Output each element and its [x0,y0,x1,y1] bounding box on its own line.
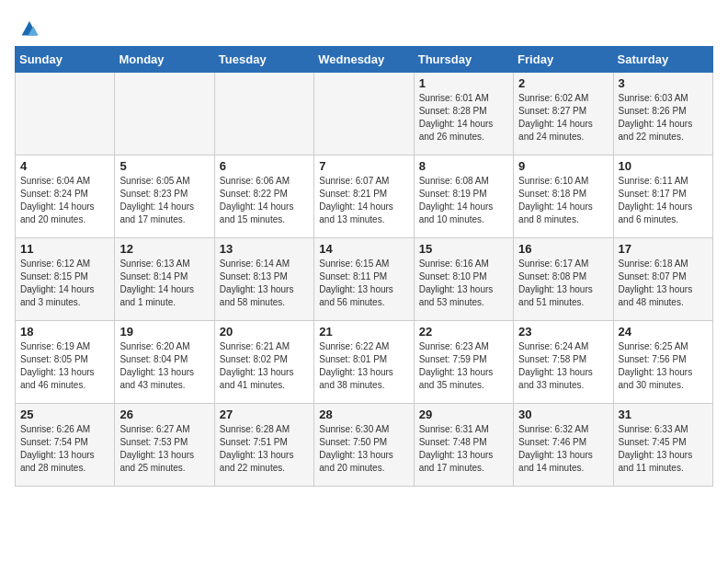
day-info: Sunrise: 6:03 AM Sunset: 8:26 PM Dayligh… [619,92,708,144]
day-info: Sunrise: 6:04 AM Sunset: 8:24 PM Dayligh… [20,175,109,226]
calendar-cell: 6Sunrise: 6:06 AM Sunset: 8:22 PM Daylig… [214,155,313,238]
day-info: Sunrise: 6:21 AM Sunset: 8:02 PM Dayligh… [220,340,309,392]
day-number: 3 [619,76,708,90]
calendar-cell: 2Sunrise: 6:02 AM Sunset: 8:27 PM Daylig… [514,73,613,155]
day-info: Sunrise: 6:06 AM Sunset: 8:22 PM Dayligh… [220,175,309,226]
day-info: Sunrise: 6:08 AM Sunset: 8:19 PM Dayligh… [419,175,508,226]
calendar-cell [16,73,115,155]
day-number: 23 [518,325,608,339]
header-day: Thursday [414,47,513,73]
calendar-cell: 10Sunrise: 6:11 AM Sunset: 8:17 PM Dayli… [613,155,712,238]
calendar-cell [115,73,214,155]
day-info: Sunrise: 6:20 AM Sunset: 8:04 PM Dayligh… [119,340,209,392]
header-day: Friday [514,47,613,73]
day-number: 1 [419,76,508,90]
calendar-cell: 24Sunrise: 6:25 AM Sunset: 7:56 PM Dayli… [613,321,712,404]
day-info: Sunrise: 6:32 AM Sunset: 7:46 PM Dayligh… [518,423,608,475]
calendar-cell: 20Sunrise: 6:21 AM Sunset: 8:02 PM Dayli… [214,321,313,404]
calendar-cell: 13Sunrise: 6:14 AM Sunset: 8:13 PM Dayli… [214,238,313,321]
day-number: 9 [518,159,608,173]
day-number: 21 [319,325,408,339]
calendar-cell: 17Sunrise: 6:18 AM Sunset: 8:07 PM Dayli… [613,238,712,321]
day-info: Sunrise: 6:28 AM Sunset: 7:51 PM Dayligh… [220,423,309,475]
day-info: Sunrise: 6:33 AM Sunset: 7:45 PM Dayligh… [619,423,708,475]
calendar-cell: 16Sunrise: 6:17 AM Sunset: 8:08 PM Dayli… [514,238,613,321]
header-row: SundayMondayTuesdayWednesdayThursdayFrid… [16,47,713,73]
day-info: Sunrise: 6:10 AM Sunset: 8:18 PM Dayligh… [518,175,608,226]
day-number: 26 [119,408,209,421]
day-number: 29 [419,408,508,421]
week-row: 4Sunrise: 6:04 AM Sunset: 8:24 PM Daylig… [16,155,713,238]
logo [15,15,42,35]
calendar-cell: 28Sunrise: 6:30 AM Sunset: 7:50 PM Dayli… [314,404,414,487]
calendar-cell [314,73,414,155]
calendar-cell: 9Sunrise: 6:10 AM Sunset: 8:18 PM Daylig… [514,155,613,238]
day-info: Sunrise: 6:13 AM Sunset: 8:14 PM Dayligh… [119,258,209,309]
calendar-cell: 31Sunrise: 6:33 AM Sunset: 7:45 PM Dayli… [613,404,712,487]
calendar-cell: 15Sunrise: 6:16 AM Sunset: 8:10 PM Dayli… [414,238,513,321]
calendar-cell: 26Sunrise: 6:27 AM Sunset: 7:53 PM Dayli… [115,404,214,487]
day-number: 7 [319,159,408,173]
day-number: 14 [319,242,408,256]
day-info: Sunrise: 6:05 AM Sunset: 8:23 PM Dayligh… [119,175,209,226]
calendar-cell: 4Sunrise: 6:04 AM Sunset: 8:24 PM Daylig… [16,155,115,238]
day-info: Sunrise: 6:23 AM Sunset: 7:59 PM Dayligh… [419,340,508,392]
header-day: Wednesday [314,47,414,73]
calendar-cell: 1Sunrise: 6:01 AM Sunset: 8:28 PM Daylig… [414,73,513,155]
day-number: 27 [220,408,309,421]
calendar-cell: 18Sunrise: 6:19 AM Sunset: 8:05 PM Dayli… [16,321,115,404]
day-number: 24 [619,325,708,339]
calendar-cell: 21Sunrise: 6:22 AM Sunset: 8:01 PM Dayli… [314,321,414,404]
calendar-cell: 3Sunrise: 6:03 AM Sunset: 8:26 PM Daylig… [613,73,712,155]
day-info: Sunrise: 6:12 AM Sunset: 8:15 PM Dayligh… [20,258,109,309]
calendar-cell: 12Sunrise: 6:13 AM Sunset: 8:14 PM Dayli… [115,238,214,321]
calendar-cell: 19Sunrise: 6:20 AM Sunset: 8:04 PM Dayli… [115,321,214,404]
day-info: Sunrise: 6:30 AM Sunset: 7:50 PM Dayligh… [319,423,408,475]
header-day: Monday [115,47,214,73]
day-number: 8 [419,159,508,173]
day-number: 13 [220,242,309,256]
week-row: 11Sunrise: 6:12 AM Sunset: 8:15 PM Dayli… [16,238,713,321]
day-number: 17 [619,242,708,256]
header-day: Saturday [613,47,712,73]
calendar-cell: 5Sunrise: 6:05 AM Sunset: 8:23 PM Daylig… [115,155,214,238]
day-info: Sunrise: 6:17 AM Sunset: 8:08 PM Dayligh… [518,258,608,309]
day-info: Sunrise: 6:18 AM Sunset: 8:07 PM Dayligh… [619,258,708,309]
calendar-cell: 27Sunrise: 6:28 AM Sunset: 7:51 PM Dayli… [214,404,313,487]
day-number: 19 [119,325,209,339]
header-day: Tuesday [214,47,313,73]
day-info: Sunrise: 6:26 AM Sunset: 7:54 PM Dayligh… [20,423,109,475]
week-row: 25Sunrise: 6:26 AM Sunset: 7:54 PM Dayli… [16,404,713,487]
day-number: 11 [20,242,109,256]
calendar-cell: 8Sunrise: 6:08 AM Sunset: 8:19 PM Daylig… [414,155,513,238]
day-info: Sunrise: 6:27 AM Sunset: 7:53 PM Dayligh… [119,423,209,475]
day-number: 31 [619,408,708,421]
day-number: 18 [20,325,109,339]
day-number: 12 [119,242,209,256]
day-number: 20 [220,325,309,339]
day-number: 16 [518,242,608,256]
day-info: Sunrise: 6:25 AM Sunset: 7:56 PM Dayligh… [619,340,708,392]
calendar-cell: 25Sunrise: 6:26 AM Sunset: 7:54 PM Dayli… [16,404,115,487]
calendar-cell: 7Sunrise: 6:07 AM Sunset: 8:21 PM Daylig… [314,155,414,238]
day-info: Sunrise: 6:31 AM Sunset: 7:48 PM Dayligh… [419,423,508,475]
day-info: Sunrise: 6:16 AM Sunset: 8:10 PM Dayligh… [419,258,508,309]
day-info: Sunrise: 6:14 AM Sunset: 8:13 PM Dayligh… [220,258,309,309]
day-info: Sunrise: 6:02 AM Sunset: 8:27 PM Dayligh… [518,92,608,144]
day-number: 15 [419,242,508,256]
day-info: Sunrise: 6:15 AM Sunset: 8:11 PM Dayligh… [319,258,408,309]
day-number: 4 [20,159,109,173]
calendar-cell: 23Sunrise: 6:24 AM Sunset: 7:58 PM Dayli… [514,321,613,404]
day-info: Sunrise: 6:24 AM Sunset: 7:58 PM Dayligh… [518,340,608,392]
day-info: Sunrise: 6:01 AM Sunset: 8:28 PM Dayligh… [419,92,508,144]
day-number: 2 [518,76,608,90]
week-row: 18Sunrise: 6:19 AM Sunset: 8:05 PM Dayli… [16,321,713,404]
day-number: 25 [20,408,109,421]
day-number: 22 [419,325,508,339]
day-info: Sunrise: 6:11 AM Sunset: 8:17 PM Dayligh… [619,175,708,226]
day-info: Sunrise: 6:19 AM Sunset: 8:05 PM Dayligh… [20,340,109,392]
calendar-table: SundayMondayTuesdayWednesdayThursdayFrid… [15,46,713,487]
day-number: 10 [619,159,708,173]
calendar-cell: 29Sunrise: 6:31 AM Sunset: 7:48 PM Dayli… [414,404,513,487]
calendar-cell: 11Sunrise: 6:12 AM Sunset: 8:15 PM Dayli… [16,238,115,321]
